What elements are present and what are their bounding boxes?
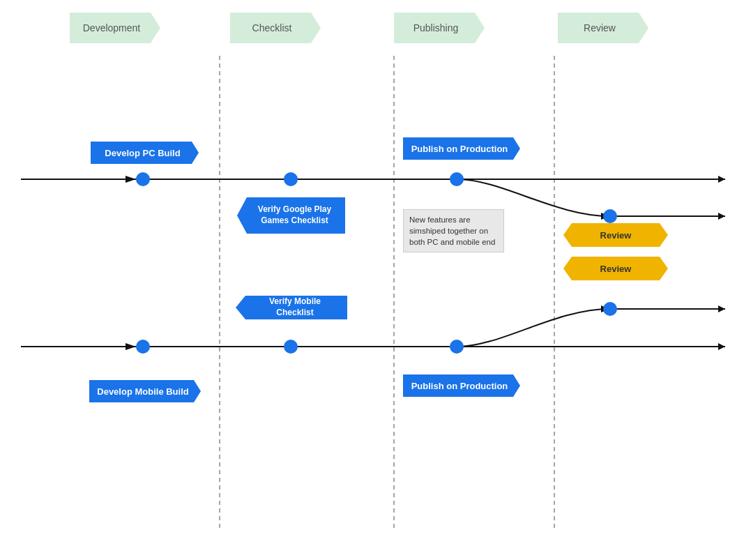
task-verify-google: Verify Google Play Games Checklist [237, 197, 345, 234]
diagram: Development Checklist Publishing Review [0, 0, 737, 560]
task-review-1: Review [563, 223, 668, 247]
svg-marker-6 [718, 343, 725, 350]
svg-point-21 [284, 340, 297, 353]
task-develop-mobile: Develop Mobile Build [89, 380, 201, 402]
svg-point-20 [137, 340, 149, 353]
task-develop-pc: Develop PC Build [91, 142, 199, 164]
svg-marker-7 [126, 176, 136, 183]
svg-point-18 [604, 210, 616, 222]
task-publish-mobile: Publish on Production [403, 374, 520, 397]
svg-marker-12 [718, 213, 725, 220]
svg-point-19 [604, 303, 616, 315]
svg-marker-4 [718, 176, 725, 183]
svg-point-17 [450, 173, 463, 186]
note-box: New features are simshiped together on b… [403, 209, 504, 252]
svg-marker-8 [126, 343, 136, 350]
svg-point-15 [137, 173, 149, 186]
task-review-2: Review [563, 257, 668, 280]
task-verify-mobile: Verify Mobile Checklist [236, 296, 347, 319]
task-publish-pc: Publish on Production [403, 137, 520, 160]
svg-marker-14 [718, 305, 725, 312]
svg-point-22 [450, 340, 463, 353]
svg-point-16 [284, 173, 297, 186]
